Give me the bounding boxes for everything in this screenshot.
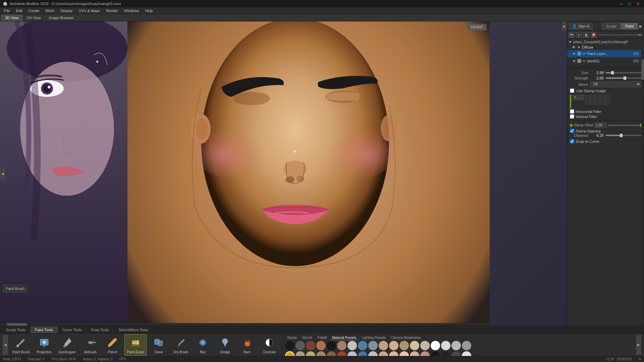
stamp-flip-h-btn[interactable]: ↔ [579, 95, 584, 100]
strength-slider-handle[interactable] [624, 76, 626, 80]
tool-blur[interactable]: Blur [193, 334, 213, 356]
tab-uv-view[interactable]: UV View [23, 15, 45, 21]
stamp-grid-cell-1[interactable] [585, 95, 590, 100]
swatch-silver-2[interactable] [368, 351, 378, 356]
tool-dodge[interactable]: Dodge [215, 334, 235, 356]
swatch-rose-skin[interactable] [410, 351, 419, 356]
swatch-tab-lighting[interactable]: Lighting Presets [360, 336, 388, 340]
snap-to-curve-checkbox[interactable] [570, 139, 574, 143]
menu-help[interactable]: Help [143, 8, 156, 13]
tool-paint-erase[interactable]: Paint Erase [124, 334, 147, 356]
tool-pencil[interactable]: Pencil [102, 334, 122, 356]
tool-strip-left-arrow[interactable]: ◀ [3, 335, 8, 355]
tool-clone[interactable]: Clone [149, 334, 169, 356]
sign-in-button[interactable]: 👤 Sign In [569, 23, 593, 29]
stamp-spacing-checkbox[interactable] [570, 129, 574, 133]
stamp-grid-cell-7[interactable] [590, 100, 595, 105]
tool-eyedropper[interactable]: Eyedropper [56, 334, 78, 356]
swatch-near-black[interactable] [327, 341, 336, 350]
panel-expand-arrow[interactable]: ▸ [562, 21, 567, 31]
swatch-light-gray-1[interactable] [441, 341, 450, 350]
tab-select-move-tools[interactable]: Select/Move Tools [114, 327, 153, 333]
swatch-warm-brown[interactable] [316, 351, 326, 356]
tool-projection[interactable]: Projection [34, 334, 54, 356]
swatch-mauve-skin[interactable] [420, 351, 430, 356]
paint-tab[interactable]: Paint [621, 23, 638, 29]
blend-mode-select[interactable]: Normal Multiply Screen Overlay [598, 34, 643, 36]
horizontal-scrollbar[interactable] [0, 323, 490, 326]
swatch-pale-peach[interactable] [389, 351, 398, 356]
collapse-icon[interactable]: ▼ [577, 45, 581, 49]
swatch-tan[interactable] [337, 341, 346, 350]
menu-mesh[interactable]: Mesh [43, 8, 57, 13]
swatch-red-brown[interactable] [337, 351, 346, 356]
tool-paint-brush[interactable]: Paint Brush [10, 334, 32, 356]
swatch-tab-material[interactable]: Material Presets [330, 336, 358, 340]
stamp-grid-cell-8[interactable] [595, 100, 600, 105]
layer-new-btn[interactable]: + [576, 32, 582, 38]
menu-windows[interactable]: Windows [121, 8, 142, 13]
tab-paint-tools[interactable]: Paint Tools [31, 327, 57, 333]
swatch-brown-mid[interactable] [316, 341, 326, 350]
tab-pose-tools[interactable]: Pose Tools [87, 327, 114, 333]
swatch-khaki[interactable] [296, 351, 305, 356]
swatch-mid-gray[interactable] [451, 341, 461, 350]
stamp-grid-cell-4[interactable] [600, 95, 605, 100]
swatch-blue-gray[interactable] [368, 341, 378, 350]
horizontal-filter-checkbox[interactable] [570, 109, 574, 114]
stamp-grid-cell-5[interactable] [605, 95, 610, 100]
swatch-black[interactable] [285, 341, 294, 350]
eye-icon-skin-layer[interactable]: 👁 [573, 59, 576, 63]
vertical-filter-checkbox[interactable] [570, 114, 574, 119]
tab-sculpt-tools[interactable]: Sculpt Tools [1, 327, 30, 333]
distance-slider[interactable] [606, 135, 641, 136]
swatch-very-dark[interactable] [441, 351, 450, 356]
swatch-peach[interactable] [379, 351, 388, 356]
eye-icon-paint-layer[interactable]: 👁 [573, 52, 576, 56]
panel-arrow-icon[interactable]: ▶ [639, 24, 642, 28]
use-stamp-checkbox[interactable] [570, 88, 574, 93]
menu-display[interactable]: Display [58, 8, 75, 13]
distance-slider-handle[interactable] [620, 134, 623, 137]
tool-dry-brush[interactable]: Dry Brush [171, 334, 191, 356]
swatch-brown-dark[interactable] [306, 341, 315, 350]
stamp-grid-cell-3[interactable] [595, 95, 600, 100]
eye-icon[interactable]: 👁 [569, 40, 572, 44]
titlebar-controls[interactable]: ─ □ ✕ [619, 1, 641, 6]
sculpt-tab[interactable]: Sculpt [602, 23, 621, 29]
stamp-grid-cell-9[interactable] [600, 100, 605, 105]
size-slider[interactable] [606, 72, 641, 73]
swatch-cool-gray[interactable] [347, 351, 357, 356]
swatch-blue[interactable] [358, 351, 367, 356]
stamp-offset-input[interactable] [595, 123, 607, 128]
maximize-button[interactable]: □ [627, 1, 632, 6]
right-panel-scrollbar-thumb[interactable] [641, 60, 644, 80]
mirror-select[interactable]: Off X Y Z [590, 81, 641, 87]
swatch-skin-warm[interactable] [399, 341, 409, 350]
layer-camera-btn[interactable]: 📷 [569, 32, 575, 38]
minimize-button[interactable]: ─ [619, 1, 624, 6]
swatch-gold[interactable] [285, 351, 294, 356]
swatch-beige[interactable] [420, 341, 430, 350]
menu-render[interactable]: Render [103, 8, 121, 13]
skin-layer-item[interactable]: 👁 ✏ skin001 100 [567, 57, 644, 65]
menu-create[interactable]: Create [26, 8, 42, 13]
swatch-skin-light[interactable] [379, 341, 388, 350]
swatch-tab-stencil[interactable]: Stencil [300, 336, 314, 340]
size-slider-handle[interactable] [611, 71, 614, 74]
stamp-grid-cell-2[interactable] [590, 95, 595, 100]
menu-file[interactable]: File [1, 8, 13, 13]
stamp-grid-cell-10[interactable] [605, 100, 610, 105]
menu-edit[interactable]: Edit [13, 8, 25, 13]
swatch-tab-camera[interactable]: Camera Bookmarks [389, 336, 423, 340]
viewport-left-arrow[interactable]: ◀ [0, 167, 5, 180]
strength-slider[interactable] [606, 77, 641, 79]
swatch-black-2[interactable] [431, 351, 440, 356]
stamp-rotate-btn[interactable]: ↻ [573, 95, 578, 100]
eye-icon-diffuse[interactable]: 👁 [572, 45, 576, 49]
swatch-white[interactable] [431, 341, 440, 350]
tool-strip-right-arrow[interactable]: ▶ [636, 335, 641, 355]
layer-delete-btn[interactable]: 🗑 [583, 32, 589, 38]
layer-group-btn[interactable]: 📦 [591, 32, 597, 38]
swatch-tab-falloff[interactable]: Falloff [316, 336, 329, 340]
